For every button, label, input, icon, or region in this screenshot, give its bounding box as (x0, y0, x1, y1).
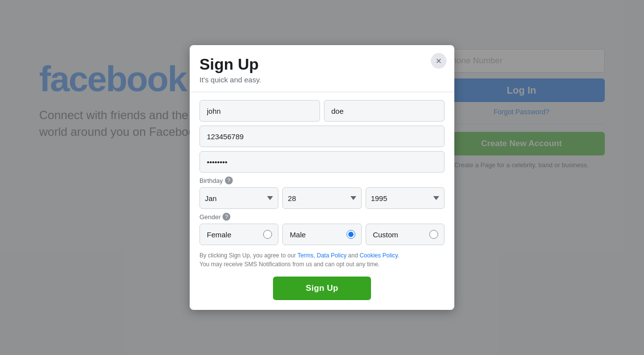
terms-and: and (348, 252, 359, 259)
gender-help-icon[interactable]: ? (223, 213, 230, 221)
password-row (199, 151, 445, 173)
gender-label: Gender ? (199, 213, 445, 221)
gender-female[interactable]: Female (199, 224, 278, 245)
modal-subtitle: It's quick and easy. (199, 76, 445, 84)
modal-header: Sign Up It's quick and easy. × (190, 45, 454, 92)
gender-section: Gender ? Female Male Custom (199, 213, 445, 245)
gender-custom-label: Custom (373, 230, 398, 239)
terms-line1: By clicking Sign Up, you agree to our (199, 252, 297, 259)
modal-overlay: Sign Up It's quick and easy. × Birthday (0, 0, 644, 355)
gender-male-radio[interactable] (347, 230, 355, 239)
gender-options: Female Male Custom (199, 224, 445, 245)
gender-male-label: Male (290, 230, 306, 239)
month-select[interactable]: JanFebMar AprMayJun JulAugSep OctNovDec (199, 187, 278, 209)
last-name-input[interactable] (324, 100, 445, 122)
terms-line2: You may receive SMS Notifications from u… (199, 261, 380, 268)
terms-link[interactable]: Terms (297, 252, 314, 259)
password-input[interactable] (199, 151, 445, 173)
birthday-selects: JanFebMar AprMayJun JulAugSep OctNovDec … (199, 187, 445, 209)
gender-custom-radio[interactable] (429, 230, 438, 239)
day-select[interactable]: 1234 5678 9101112 13141516 17181920 2122… (282, 187, 361, 209)
modal-title: Sign Up (199, 55, 445, 74)
name-row (199, 100, 445, 122)
first-name-input[interactable] (199, 100, 320, 122)
data-policy-link[interactable]: Data Policy (317, 252, 347, 259)
signup-button[interactable]: Sign Up (273, 277, 371, 300)
gender-male[interactable]: Male (282, 224, 361, 245)
gender-label-text: Gender (199, 213, 221, 221)
birthday-section: Birthday ? JanFebMar AprMayJun JulAugSep… (199, 177, 445, 209)
signup-modal: Sign Up It's quick and easy. × Birthday (190, 45, 454, 310)
phone-email-row (199, 126, 445, 147)
birthday-label: Birthday ? (199, 177, 445, 184)
phone-email-input[interactable] (199, 126, 445, 147)
year-select[interactable]: 199519961997 199819992000 (366, 187, 445, 209)
birthday-label-text: Birthday (199, 177, 223, 184)
close-button[interactable]: × (431, 53, 446, 69)
terms-section: By clicking Sign Up, you agree to our Te… (199, 251, 445, 269)
birthday-help-icon[interactable]: ? (225, 177, 233, 184)
gender-female-label: Female (207, 230, 231, 239)
gender-custom[interactable]: Custom (366, 224, 445, 245)
gender-female-radio[interactable] (263, 230, 272, 239)
modal-body: Birthday ? JanFebMar AprMayJun JulAugSep… (190, 92, 454, 310)
cookies-link[interactable]: Cookies Policy (360, 252, 398, 259)
